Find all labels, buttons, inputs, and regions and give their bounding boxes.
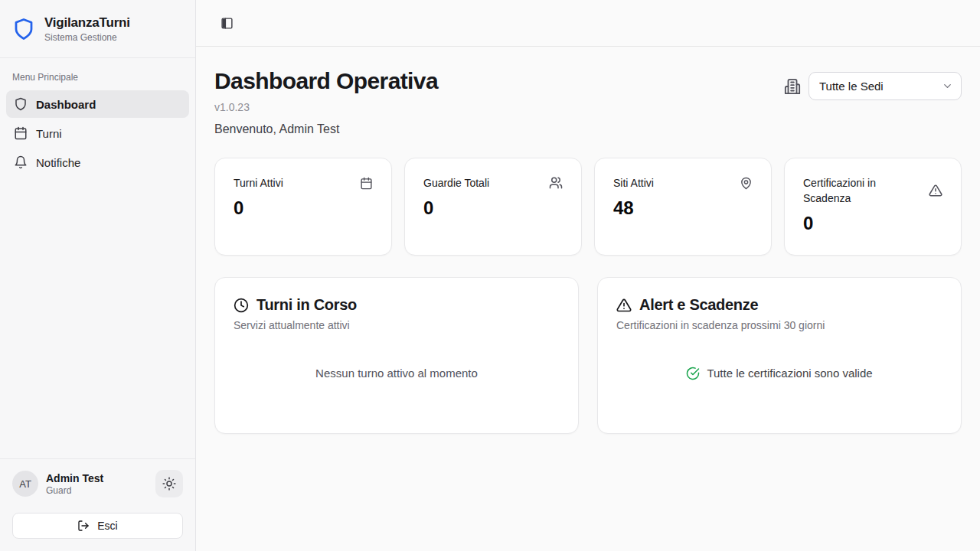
panel-left-icon (220, 17, 234, 30)
site-filter-select[interactable]: Tutte le Sedi (808, 72, 962, 100)
panel-turni-in-corso: Turni in Corso Servizi attualmente attiv… (214, 277, 579, 434)
topbar (196, 0, 980, 47)
app-title: VigilanzaTurni (44, 15, 130, 31)
clock-icon (234, 298, 249, 313)
stat-value: 0 (803, 213, 942, 234)
map-pin-icon (740, 177, 753, 190)
logout-button[interactable]: Esci (12, 513, 183, 539)
stat-card-guardie-totali: Guardie Totali 0 (404, 158, 582, 256)
calendar-icon (14, 126, 28, 140)
sidebar-footer: AT Admin Test Guard Esci (0, 458, 195, 551)
sidebar-toggle-button[interactable] (214, 11, 239, 35)
stat-label: Certificazioni in Scadenza (803, 175, 918, 206)
sidebar-section-label: Menu Principale (0, 72, 195, 83)
log-out-icon (77, 520, 90, 532)
panel-subtitle: Servizi attualmente attivi (234, 319, 560, 331)
sidebar-item-dashboard[interactable]: Dashboard (6, 90, 189, 118)
user-name: Admin Test (46, 472, 148, 484)
theme-toggle-button[interactable] (155, 470, 183, 497)
alert-triangle-icon (616, 298, 632, 313)
user-role: Guard (46, 485, 148, 496)
logout-label: Esci (97, 520, 117, 532)
app-logo-area: VigilanzaTurni Sistema Gestione (0, 0, 195, 58)
alert-triangle-icon (929, 184, 942, 197)
panels-grid: Turni in Corso Servizi attualmente attiv… (214, 277, 962, 434)
stat-label: Siti Attivi (613, 175, 654, 191)
sidebar-item-notifiche[interactable]: Notifiche (6, 148, 189, 176)
status-text: Tutte le certificazioni sono valide (707, 367, 872, 380)
sidebar-item-label: Dashboard (36, 98, 96, 111)
shield-icon (14, 97, 28, 111)
bell-icon (14, 155, 28, 169)
welcome-text: Benvenuto, Admin Test (214, 122, 438, 136)
stat-label: Turni Attivi (234, 175, 283, 191)
stat-card-turni-attivi: Turni Attivi 0 (214, 158, 392, 256)
app-subtitle: Sistema Gestione (44, 32, 130, 43)
building-icon (784, 78, 801, 95)
sidebar-menu: Menu Principale Dashboard Turni (0, 58, 195, 458)
sidebar-item-turni[interactable]: Turni (6, 119, 189, 147)
sidebar-item-label: Turni (36, 127, 62, 140)
main-area: Dashboard Operativa v1.0.23 Benvenuto, A… (196, 0, 980, 551)
stat-card-certificazioni: Certificazioni in Scadenza 0 (784, 158, 962, 256)
panel-subtitle: Certificazioni in scadenza prossimi 30 g… (616, 319, 942, 331)
page-title: Dashboard Operativa (214, 68, 438, 94)
version-label: v1.0.23 (214, 101, 438, 113)
certifications-status: Tutte le certificazioni sono valide (686, 367, 872, 380)
users-icon (549, 176, 563, 190)
stat-card-siti-attivi: Siti Attivi 48 (594, 158, 772, 256)
panel-title: Turni in Corso (256, 296, 357, 314)
stat-value: 48 (613, 197, 753, 219)
panel-alert-scadenze: Alert e Scadenze Certificazioni in scade… (597, 277, 962, 434)
stat-label: Guardie Totali (423, 175, 489, 191)
calendar-icon (360, 177, 373, 190)
panel-title: Alert e Scadenze (639, 296, 758, 314)
sun-icon (162, 477, 176, 491)
stat-value: 0 (234, 197, 373, 219)
app-shield-icon (12, 18, 35, 41)
user-avatar: AT (12, 471, 38, 497)
stat-value: 0 (423, 197, 563, 219)
check-circle-icon (686, 367, 700, 380)
dashboard-content: Dashboard Operativa v1.0.23 Benvenuto, A… (196, 47, 980, 551)
sidebar-item-label: Notifiche (36, 156, 80, 169)
sidebar: VigilanzaTurni Sistema Gestione Menu Pri… (0, 0, 196, 551)
empty-state-text: Nessun turno attivo al momento (315, 367, 478, 380)
stats-grid: Turni Attivi 0 Guardie Totali (214, 158, 962, 256)
